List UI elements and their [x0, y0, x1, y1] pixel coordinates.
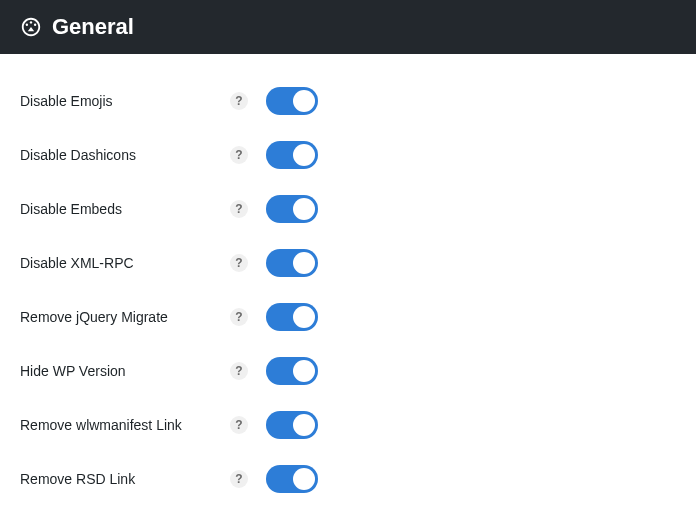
- toggle-knob: [293, 468, 315, 490]
- toggle-knob: [293, 306, 315, 328]
- setting-row: Disable Embeds ?: [20, 182, 676, 236]
- page-title: General: [52, 14, 134, 40]
- setting-label: Disable Embeds: [20, 201, 230, 217]
- help-icon[interactable]: ?: [230, 200, 248, 218]
- svg-point-1: [26, 24, 28, 26]
- svg-point-0: [30, 21, 32, 23]
- toggle-remove-jquery-migrate[interactable]: [266, 303, 318, 331]
- setting-row: Remove wlwmanifest Link ?: [20, 398, 676, 452]
- help-icon[interactable]: ?: [230, 254, 248, 272]
- help-icon[interactable]: ?: [230, 308, 248, 326]
- settings-list: Disable Emojis ? Disable Dashicons ? Dis…: [0, 54, 696, 506]
- setting-row: Disable Dashicons ?: [20, 128, 676, 182]
- help-icon[interactable]: ?: [230, 470, 248, 488]
- setting-row: Hide WP Version ?: [20, 344, 676, 398]
- setting-label: Disable Emojis: [20, 93, 230, 109]
- setting-label: Disable Dashicons: [20, 147, 230, 163]
- setting-row: Remove jQuery Migrate ?: [20, 290, 676, 344]
- help-icon[interactable]: ?: [230, 92, 248, 110]
- setting-row: Disable XML-RPC ?: [20, 236, 676, 290]
- setting-label: Remove wlwmanifest Link: [20, 417, 230, 433]
- setting-label: Remove jQuery Migrate: [20, 309, 230, 325]
- help-icon[interactable]: ?: [230, 146, 248, 164]
- setting-row: Remove RSD Link ?: [20, 452, 676, 506]
- toggle-knob: [293, 144, 315, 166]
- toggle-hide-wp-version[interactable]: [266, 357, 318, 385]
- page-header: General: [0, 0, 696, 54]
- toggle-knob: [293, 90, 315, 112]
- toggle-disable-dashicons[interactable]: [266, 141, 318, 169]
- toggle-disable-xml-rpc[interactable]: [266, 249, 318, 277]
- setting-label: Remove RSD Link: [20, 471, 230, 487]
- help-icon[interactable]: ?: [230, 416, 248, 434]
- toggle-knob: [293, 198, 315, 220]
- toggle-remove-wlwmanifest-link[interactable]: [266, 411, 318, 439]
- help-icon[interactable]: ?: [230, 362, 248, 380]
- toggle-remove-rsd-link[interactable]: [266, 465, 318, 493]
- toggle-knob: [293, 252, 315, 274]
- toggle-knob: [293, 360, 315, 382]
- toggle-knob: [293, 414, 315, 436]
- setting-label: Hide WP Version: [20, 363, 230, 379]
- setting-row: Disable Emojis ?: [20, 74, 676, 128]
- svg-point-2: [34, 24, 36, 26]
- gauge-icon: [20, 16, 42, 38]
- toggle-disable-embeds[interactable]: [266, 195, 318, 223]
- toggle-disable-emojis[interactable]: [266, 87, 318, 115]
- setting-label: Disable XML-RPC: [20, 255, 230, 271]
